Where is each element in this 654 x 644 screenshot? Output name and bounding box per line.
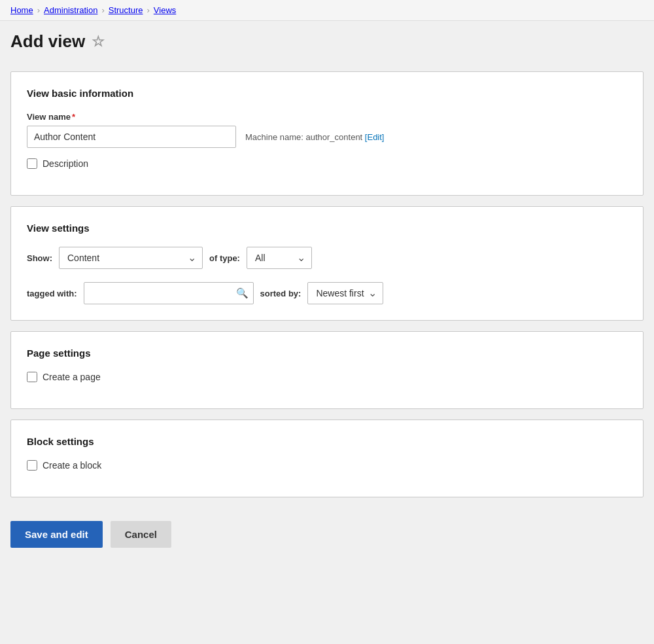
- breadcrumb-structure[interactable]: Structure: [109, 5, 143, 15]
- description-checkbox-label[interactable]: Description: [27, 158, 627, 169]
- show-label: Show:: [27, 253, 52, 263]
- view-name-group: View name* Machine name: author_content …: [27, 112, 627, 148]
- tagged-with-input-wrapper: 🔍: [84, 282, 254, 304]
- create-block-checkbox-label[interactable]: Create a block: [27, 460, 627, 471]
- show-select[interactable]: Content Files Taxonomy terms Users: [59, 247, 203, 269]
- tagged-with-label: tagged with:: [27, 289, 77, 298]
- breadcrumb-sep-2: ›: [101, 5, 104, 15]
- page-header: Add view ☆: [0, 21, 654, 65]
- required-indicator: *: [72, 112, 75, 122]
- breadcrumb: Home › Administration › Structure › View…: [10, 5, 644, 15]
- view-settings-title: View settings: [27, 223, 627, 234]
- show-select-wrapper: Content Files Taxonomy terms Users: [59, 247, 203, 269]
- description-group: Description: [27, 158, 627, 169]
- sorted-by-label: sorted by:: [260, 289, 301, 298]
- view-settings-card: View settings Show: Content Files Taxono…: [10, 206, 644, 321]
- view-name-row: Machine name: author_content [Edit]: [27, 126, 627, 148]
- breadcrumb-bar: Home › Administration › Structure › View…: [0, 0, 654, 21]
- create-page-checkbox[interactable]: [27, 372, 37, 382]
- block-settings-card: Block settings Create a block: [10, 420, 644, 497]
- breadcrumb-home[interactable]: Home: [10, 5, 33, 15]
- tagged-with-input[interactable]: [84, 282, 254, 304]
- description-checkbox[interactable]: [27, 158, 37, 169]
- view-basic-title: View basic information: [27, 88, 627, 99]
- breadcrumb-sep-1: ›: [37, 5, 40, 15]
- create-block-checkbox[interactable]: [27, 460, 37, 471]
- create-page-checkbox-label[interactable]: Create a page: [27, 372, 627, 382]
- cancel-button[interactable]: Cancel: [111, 521, 171, 548]
- favorite-icon[interactable]: ☆: [92, 33, 105, 50]
- page-settings-title: Page settings: [27, 348, 627, 359]
- breadcrumb-administration[interactable]: Administration: [44, 5, 97, 15]
- button-row: Save and edit Cancel: [0, 510, 654, 558]
- of-type-select[interactable]: All Article Basic page: [247, 247, 312, 269]
- block-settings-title: Block settings: [27, 436, 627, 447]
- main-content: View basic information View name* Machin…: [0, 65, 654, 510]
- create-block-group: Create a block: [27, 460, 627, 471]
- sorted-by-select-wrapper: Newest first Oldest first Title A-Z Titl…: [307, 282, 383, 304]
- show-row: Show: Content Files Taxonomy terms Users…: [27, 247, 627, 269]
- sorted-by-select[interactable]: Newest first Oldest first Title A-Z Titl…: [307, 282, 383, 304]
- view-name-label: View name*: [27, 112, 627, 122]
- tagged-row: tagged with: 🔍 sorted by: Newest first O…: [27, 282, 627, 304]
- of-type-select-wrapper: All Article Basic page: [247, 247, 312, 269]
- breadcrumb-views[interactable]: Views: [154, 5, 176, 15]
- save-and-edit-button[interactable]: Save and edit: [10, 521, 103, 548]
- view-basic-card: View basic information View name* Machin…: [10, 71, 644, 196]
- breadcrumb-sep-3: ›: [147, 5, 150, 15]
- edit-machine-name-link[interactable]: [Edit]: [365, 132, 385, 142]
- page-title: Add view ☆: [10, 31, 644, 52]
- create-page-group: Create a page: [27, 372, 627, 382]
- view-name-input[interactable]: [27, 126, 236, 148]
- machine-name-text: Machine name: author_content [Edit]: [245, 132, 384, 142]
- page-settings-card: Page settings Create a page: [10, 331, 644, 409]
- of-type-label: of type:: [209, 253, 240, 263]
